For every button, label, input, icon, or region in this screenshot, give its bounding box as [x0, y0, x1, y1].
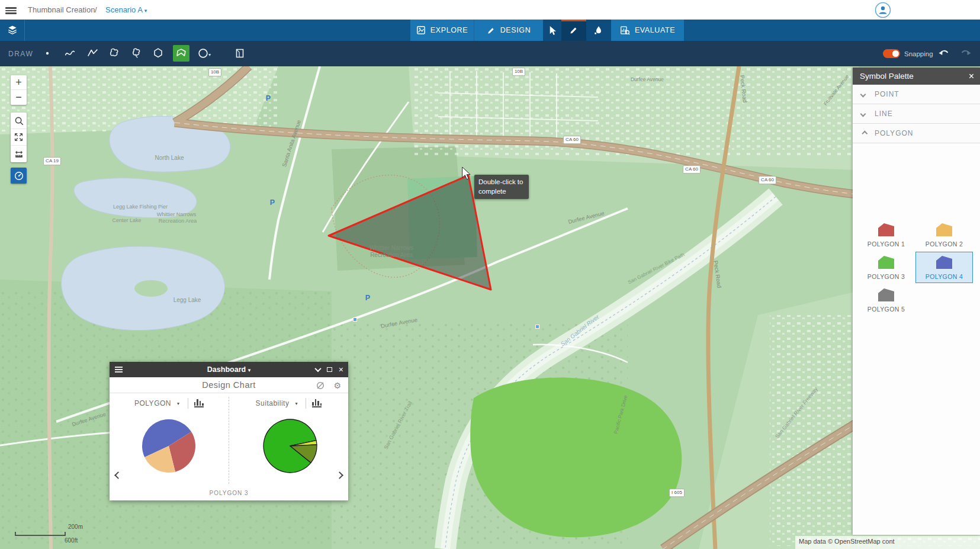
- chart1-field-dropdown[interactable]: POLYGON: [134, 399, 171, 407]
- draw-mode-label: DRAW: [8, 50, 33, 58]
- snapping-toggle[interactable]: [883, 49, 900, 58]
- parking-icon: P: [365, 294, 370, 302]
- layers-button[interactable]: [0, 20, 25, 41]
- mouse-cursor-icon: [461, 167, 473, 180]
- snap-vertex-marker: [353, 317, 357, 322]
- close-icon[interactable]: ×: [969, 72, 974, 81]
- tab-explore[interactable]: EXPLORE: [410, 20, 474, 41]
- pie-chart-suitability[interactable]: [262, 418, 319, 477]
- tab-design[interactable]: DESIGN: [474, 20, 543, 41]
- swatch-polygon-5[interactable]: POLYGON 5: [857, 284, 915, 316]
- search-button[interactable]: [11, 113, 27, 129]
- map-attribution: Map data © OpenStreetMap cont: [795, 536, 980, 549]
- map-viewport[interactable]: North LakeLegg Lake Fishing PierWhittier…: [0, 66, 980, 549]
- close-icon[interactable]: ×: [339, 365, 343, 374]
- circle-tool-dropdown-caret[interactable]: ▾: [208, 52, 211, 57]
- redo-button[interactable]: [960, 47, 973, 60]
- explore-icon: [416, 25, 426, 35]
- undo-button[interactable]: [938, 47, 951, 60]
- cursor-icon: [548, 25, 557, 36]
- chevron-down-icon: ▾: [248, 367, 251, 373]
- chart2-field-dropdown[interactable]: Suitability: [256, 399, 290, 407]
- dashboard-window: Dashboard ▾ × Design Chart ⚙ POLYGON: [110, 362, 348, 500]
- symbol-palette-panel: Symbol Palette × POINTLINEPOLYGON POLYGO…: [853, 68, 980, 535]
- point-icon: [41, 47, 54, 60]
- analysis-dashboard-button[interactable]: [11, 168, 27, 184]
- polygon-tool[interactable]: [150, 45, 166, 62]
- swatch-polygon-2[interactable]: POLYGON 2: [915, 219, 973, 251]
- map-tool-controls: [11, 113, 27, 162]
- freehand-line-icon: [63, 47, 76, 60]
- dashboard-caption: POLYGON 3: [110, 490, 348, 496]
- breadcrumb-scenario[interactable]: Scenario A ▾: [105, 5, 147, 14]
- divider: [306, 398, 306, 409]
- palette-section-line[interactable]: LINE: [853, 104, 980, 124]
- search-icon: [14, 115, 24, 126]
- polygon-swatch-icon: [934, 255, 955, 270]
- route-shield: 10B: [512, 68, 525, 76]
- tab-evaluate[interactable]: EVALUATE: [611, 20, 684, 41]
- snap-vertex-marker: [535, 325, 539, 329]
- palette-section-label: LINE: [875, 110, 893, 118]
- swatch-polygon-1[interactable]: POLYGON 1: [857, 219, 915, 251]
- menu-icon[interactable]: [5, 7, 17, 14]
- lasso-polygon-tool[interactable]: [128, 45, 144, 62]
- chart-panel-2: Suitability ▾: [229, 393, 348, 500]
- maximize-icon[interactable]: [327, 367, 332, 372]
- symbol-palette-header: Symbol Palette ×: [853, 68, 980, 85]
- polygon-swatch-icon: [876, 222, 897, 237]
- freehand-line-tool[interactable]: [62, 45, 78, 62]
- route-shield: CA 60: [683, 165, 701, 174]
- freehand-polygon-icon: [108, 47, 121, 60]
- parking-icon: P: [266, 94, 271, 102]
- palette-section-polygon[interactable]: POLYGON: [853, 124, 980, 143]
- dashboard-header[interactable]: Dashboard ▾ ×: [110, 362, 348, 377]
- expand-icon: [14, 132, 24, 142]
- pencil-icon: [487, 26, 496, 35]
- measure-button[interactable]: [11, 146, 27, 162]
- chevron-down-icon: [860, 91, 866, 97]
- point-tool[interactable]: [39, 45, 56, 62]
- swatch-label: POLYGON 4: [926, 273, 963, 280]
- freehand-polygon-tool[interactable]: [106, 45, 123, 62]
- breadcrumb-root[interactable]: Thumbnail Creation: [28, 5, 95, 14]
- symbol-palette-title: Symbol Palette: [860, 72, 969, 81]
- zoom-in-button[interactable]: +: [11, 75, 27, 90]
- select-tool-button[interactable]: [543, 20, 561, 41]
- autocomplete-polygon-tool[interactable]: [173, 45, 189, 62]
- rectangle-icon: [233, 47, 246, 60]
- visibility-off-icon[interactable]: [316, 381, 325, 390]
- parking-icon: P: [270, 198, 275, 207]
- divider: [188, 398, 188, 409]
- chevron-down-icon[interactable]: ▾: [295, 401, 297, 406]
- full-extent-button[interactable]: [11, 129, 27, 146]
- redo-icon: [960, 47, 972, 58]
- sketch-tool-button[interactable]: [561, 20, 586, 41]
- route-shield: CA 60: [759, 176, 776, 184]
- polyline-tool[interactable]: [85, 45, 101, 62]
- chevron-up-icon: [862, 130, 867, 136]
- fill-tool-button[interactable]: [586, 20, 611, 41]
- user-avatar[interactable]: [875, 2, 891, 18]
- pie-chart-polygon[interactable]: [140, 418, 197, 477]
- autocomplete-polygon-icon: [175, 47, 188, 60]
- chevron-down-icon[interactable]: ▾: [177, 401, 179, 406]
- chevron-down-icon: ▾: [144, 8, 147, 14]
- zoom-out-button[interactable]: −: [11, 90, 27, 105]
- chart-type-icon[interactable]: [312, 399, 322, 407]
- swatch-polygon-3[interactable]: POLYGON 3: [857, 252, 915, 283]
- chart-type-icon[interactable]: [194, 399, 204, 407]
- draw-toolbar: DRAW ▾ Snapping: [0, 41, 980, 66]
- swatch-polygon-4[interactable]: POLYGON 4: [915, 252, 973, 283]
- pencil-icon: [569, 25, 579, 35]
- dashboard-menu-icon[interactable]: [115, 367, 123, 374]
- collapse-icon[interactable]: [314, 365, 321, 372]
- rectangle-tool[interactable]: [232, 45, 248, 62]
- palette-section-point[interactable]: POINT: [853, 85, 980, 104]
- active-tab-indicator: [561, 20, 586, 21]
- swatch-label: POLYGON 5: [867, 306, 905, 313]
- dashboard-title[interactable]: Dashboard ▾: [110, 365, 348, 374]
- polygon-icon: [152, 47, 165, 60]
- gear-icon[interactable]: ⚙: [333, 381, 341, 390]
- polygon-swatch-icon: [876, 255, 897, 270]
